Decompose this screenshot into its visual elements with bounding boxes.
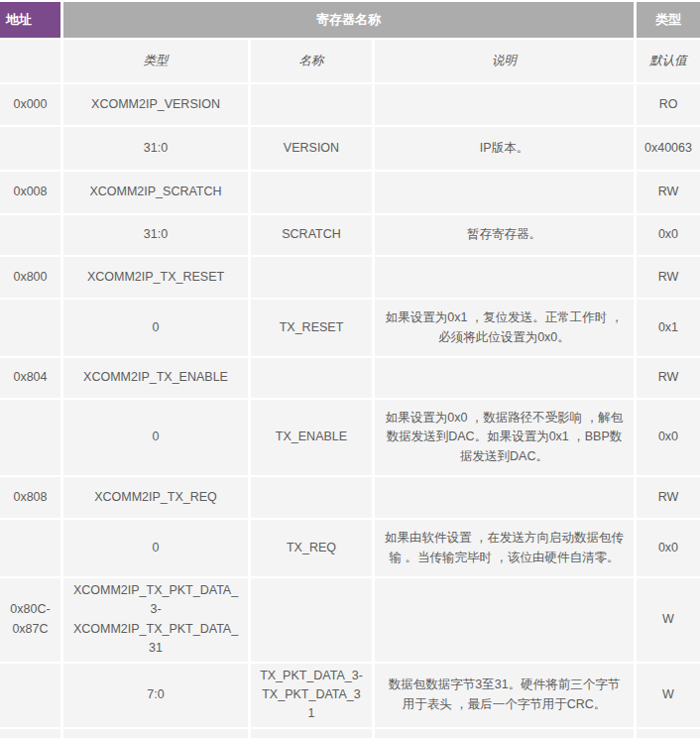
register-or-bits-cell: XCOMM2IP_TX_REQ: [63, 477, 248, 518]
register-or-bits-cell: 0: [63, 400, 248, 475]
subheader-empty: [0, 40, 60, 82]
table-row: 0x800 XCOMM2IP_TX_RESET RW: [0, 257, 700, 298]
register-or-bits-cell: XCOMM2IP_RX_RESET: [63, 729, 248, 738]
default-or-access-cell: 0x0: [637, 520, 700, 576]
address-cell: 0x80C-0x87C: [0, 578, 60, 662]
register-or-bits-cell: 0: [63, 520, 248, 576]
description-cell: 如果由软件设置 ，在发送方向启动数据包传输 。当传输完毕时 ，该位由硬件自清零。: [375, 520, 634, 576]
table-subheader-row: 类型 名称 说明 默认值: [0, 40, 700, 82]
field-name-cell: TX_REQ: [251, 520, 372, 576]
default-or-access-cell: RW: [637, 257, 700, 298]
field-name-cell: TX_RESET: [251, 300, 372, 356]
field-name-cell: [251, 477, 372, 518]
register-or-bits-cell: XCOMM2IP_VERSION: [63, 84, 248, 125]
table-row: 0x008 XCOMM2IP_SCRATCH RW: [0, 172, 700, 213]
address-cell: 0x000: [0, 84, 60, 125]
register-map-table: 地址 寄存器名称 类型 类型 名称 说明 默认值 0x000 XCOMM2IP_…: [0, 0, 700, 738]
default-or-access-cell: RO: [637, 84, 700, 125]
subheader-name: 名称: [251, 40, 372, 82]
table-row: 0 TX_REQ 如果由软件设置 ，在发送方向启动数据包传输 。当传输完毕时 ，…: [0, 520, 700, 576]
field-name-cell: [251, 84, 372, 125]
default-or-access-cell: W: [637, 578, 700, 662]
field-name-cell: [251, 257, 372, 298]
field-name-cell: SCRATCH: [251, 215, 372, 255]
default-or-access-cell: 0x0: [637, 400, 700, 475]
description-cell: [375, 477, 634, 518]
subheader-type: 类型: [63, 40, 248, 82]
table-row: 0x000 XCOMM2IP_VERSION RO: [0, 84, 700, 125]
address-cell: 0x808: [0, 477, 60, 518]
field-name-cell: [251, 358, 372, 398]
subheader-default: 默认值: [637, 40, 700, 82]
address-cell: [0, 215, 60, 255]
description-cell: [375, 729, 634, 738]
address-cell: [0, 400, 60, 475]
address-cell: [0, 127, 60, 170]
default-or-access-cell: 0x1: [637, 300, 700, 356]
register-or-bits-cell: 31:0: [63, 127, 248, 170]
address-cell: [0, 300, 60, 356]
description-cell: 如果设置为0x1 ，复位发送。正常工作时 ，必须将此位设置为0x0。: [375, 300, 634, 356]
header-type: 类型: [637, 2, 700, 38]
default-or-access-cell: 0x40063: [637, 127, 700, 170]
register-or-bits-cell: XCOMM2IP_TX_ENABLE: [63, 358, 248, 398]
field-name-cell: [251, 578, 372, 662]
table-row: 7:0 TX_PKT_DATA_3-TX_PKT_DATA_31 数据包数据字节…: [0, 664, 700, 727]
table-row: 0 TX_RESET 如果设置为0x1 ，复位发送。正常工作时 ，必须将此位设置…: [0, 300, 700, 356]
default-or-access-cell: RW: [637, 172, 700, 213]
field-name-cell: TX_ENABLE: [251, 400, 372, 475]
address-cell: 0xC00: [0, 729, 60, 738]
table-header-row: 地址 寄存器名称 类型: [0, 2, 700, 38]
table-row: 0x808 XCOMM2IP_TX_REQ RW: [0, 477, 700, 518]
field-name-cell: [251, 172, 372, 213]
address-cell: 0x800: [0, 257, 60, 298]
default-or-access-cell: RW: [637, 477, 700, 518]
table-row: 0x80C-0x87C XCOMM2IP_TX_PKT_DATA_3-XCOMM…: [0, 578, 700, 662]
table-row: 0xC00 XCOMM2IP_RX_RESET RW: [0, 729, 700, 738]
table-row: 0x804 XCOMM2IP_TX_ENABLE RW: [0, 358, 700, 398]
register-or-bits-cell: XCOMM2IP_TX_PKT_DATA_3-XCOMM2IP_TX_PKT_D…: [63, 578, 248, 662]
description-cell: [375, 172, 634, 213]
table-row: 0 TX_ENABLE 如果设置为0x0 ，数据路径不受影响 ，解包数据发送到D…: [0, 400, 700, 475]
register-or-bits-cell: XCOMM2IP_SCRATCH: [63, 172, 248, 213]
default-or-access-cell: RW: [637, 729, 700, 738]
field-name-cell: [251, 729, 372, 738]
subheader-description: 说明: [375, 40, 634, 82]
header-register-name: 寄存器名称: [63, 2, 634, 38]
address-cell: [0, 664, 60, 727]
table-row: 31:0 SCRATCH 暂存寄存器。 0x0: [0, 215, 700, 255]
field-name-cell: TX_PKT_DATA_3-TX_PKT_DATA_31: [251, 664, 372, 727]
description-cell: [375, 578, 634, 662]
register-or-bits-cell: 31:0: [63, 215, 248, 255]
description-cell: 数据包数据字节3至31。硬件将前三个字节用于表头 ，最后一个字节用于CRC。: [375, 664, 634, 727]
description-cell: [375, 84, 634, 125]
register-or-bits-cell: 0: [63, 300, 248, 356]
address-cell: [0, 520, 60, 576]
description-cell: 如果设置为0x0 ，数据路径不受影响 ，解包数据发送到DAC。如果设置为0x1 …: [375, 400, 634, 475]
default-or-access-cell: RW: [637, 358, 700, 398]
address-cell: 0x008: [0, 172, 60, 213]
description-cell: IP版本。: [375, 127, 634, 170]
address-cell: 0x804: [0, 358, 60, 398]
table-row: 31:0 VERSION IP版本。 0x40063: [0, 127, 700, 170]
register-or-bits-cell: XCOMM2IP_TX_RESET: [63, 257, 248, 298]
description-cell: [375, 358, 634, 398]
default-or-access-cell: W: [637, 664, 700, 727]
header-address: 地址: [0, 2, 60, 38]
description-cell: [375, 257, 634, 298]
field-name-cell: VERSION: [251, 127, 372, 170]
description-cell: 暂存寄存器。: [375, 215, 634, 255]
register-or-bits-cell: 7:0: [63, 664, 248, 727]
default-or-access-cell: 0x0: [637, 215, 700, 255]
